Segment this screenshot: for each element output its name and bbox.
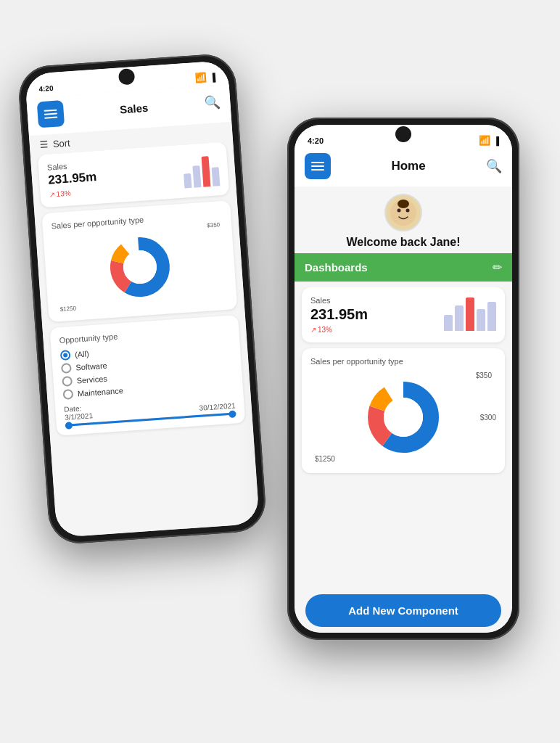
front-bar-5 bbox=[487, 302, 496, 331]
scene: 4:20 📶 ▐ Sales 🔍 bbox=[19, 23, 541, 720]
bar-4 bbox=[212, 167, 221, 186]
front-welcome-section: Welcome back Jane! bbox=[295, 186, 512, 253]
back-radio-maintenance-label: Maintenance bbox=[77, 386, 123, 398]
front-welcome-text: Welcome back Jane! bbox=[346, 236, 460, 249]
front-label-350: $350 bbox=[476, 372, 492, 379]
back-sales-value: 231.95m bbox=[48, 170, 97, 188]
front-pie-card: Sales per opportunity type bbox=[302, 348, 505, 473]
front-phone-notch bbox=[395, 126, 411, 142]
back-sort-icon: ☰ bbox=[39, 139, 49, 151]
back-status-icons: 📶 ▐ bbox=[195, 71, 216, 83]
back-trend-value: 13% bbox=[56, 189, 71, 198]
front-battery-icon: ▐ bbox=[493, 136, 499, 145]
back-radio-services-circle bbox=[62, 376, 73, 387]
svg-point-6 bbox=[406, 209, 410, 213]
front-avatar bbox=[384, 194, 422, 231]
front-sales-card-inner: Sales 231.95m ↗ 13% bbox=[310, 296, 496, 334]
front-sales-label: Sales bbox=[310, 296, 368, 305]
back-sales-text: Sales 231.95m ↗ 13% bbox=[47, 160, 98, 199]
front-label-300: $300 bbox=[480, 414, 496, 422]
front-dashboards-label: Dashboards bbox=[305, 261, 368, 274]
back-search-icon[interactable]: 🔍 bbox=[204, 94, 221, 111]
front-label-1250: $1250 bbox=[315, 455, 335, 463]
front-trend-value: 13% bbox=[318, 326, 332, 334]
back-slider-thumb-right[interactable] bbox=[228, 410, 236, 418]
front-bar-3 bbox=[466, 297, 474, 331]
front-donut-chart bbox=[363, 377, 443, 457]
back-bar-chart bbox=[182, 151, 220, 188]
front-pie-title: Sales per opportunity type bbox=[310, 357, 496, 366]
front-trend-arrow: ↗ bbox=[310, 326, 316, 334]
front-bar-2 bbox=[455, 305, 464, 331]
svg-point-5 bbox=[398, 209, 401, 213]
front-wifi-icon: 📶 bbox=[479, 135, 490, 146]
back-date-from: 3/1/2021 bbox=[65, 411, 94, 422]
back-donut-chart bbox=[105, 232, 175, 302]
back-radio-list: (All) Software Services bbox=[60, 339, 234, 400]
front-dashboards-bar: Dashboards ✏ bbox=[295, 253, 512, 282]
back-radio-maintenance-circle bbox=[62, 389, 73, 400]
back-label-350: $350 bbox=[207, 221, 220, 229]
back-menu-button[interactable] bbox=[37, 100, 65, 128]
bar-3 bbox=[202, 156, 211, 187]
back-slider-thumb-left[interactable] bbox=[65, 422, 73, 430]
back-label-1250: $1250 bbox=[59, 305, 76, 313]
front-phone-inner: 4:20 📶 ▐ Home 🔍 bbox=[295, 125, 512, 633]
front-menu-line-1 bbox=[311, 162, 324, 163]
front-screen-title: Home bbox=[391, 159, 425, 173]
front-phone-screen: 4:20 📶 ▐ Home 🔍 bbox=[295, 125, 512, 633]
front-status-icons: 📶 ▐ bbox=[479, 135, 499, 146]
front-edit-icon[interactable]: ✏ bbox=[493, 260, 502, 274]
back-radio-all-circle bbox=[60, 350, 71, 361]
back-menu-line-3 bbox=[44, 117, 57, 119]
back-radio-software-circle bbox=[61, 363, 72, 374]
front-search-icon[interactable]: 🔍 bbox=[486, 158, 502, 174]
back-menu-line-1 bbox=[44, 110, 57, 112]
back-phone-inner: 4:20 📶 ▐ Sales 🔍 bbox=[25, 60, 260, 538]
front-phone: 4:20 📶 ▐ Home 🔍 bbox=[287, 118, 519, 640]
front-sales-trend: ↗ 13% bbox=[310, 326, 368, 334]
front-bar-1 bbox=[444, 315, 453, 331]
back-sales-card-inner: Sales 231.95m ↗ 13% bbox=[47, 151, 221, 198]
back-battery-icon: ▐ bbox=[210, 73, 216, 82]
front-scroll-area: Sales 231.95m ↗ 13% bbox=[295, 287, 512, 588]
front-menu-line-2 bbox=[311, 165, 324, 167]
back-screen-title: Sales bbox=[119, 101, 148, 115]
back-sales-trend: ↗ 13% bbox=[49, 187, 98, 199]
back-phone-screen: 4:20 📶 ▐ Sales 🔍 bbox=[25, 60, 260, 538]
back-scroll-area: Sales 231.95m ↗ 13% bbox=[30, 141, 260, 538]
back-radio-services-label: Services bbox=[76, 374, 107, 385]
back-trend-arrow: ↗ bbox=[49, 190, 55, 199]
svg-point-11 bbox=[384, 398, 423, 437]
back-time: 4:20 bbox=[38, 84, 54, 93]
back-menu-line-2 bbox=[44, 113, 57, 115]
back-opp-card: Opportunity type (All) Software bbox=[49, 315, 245, 436]
bar-2 bbox=[192, 165, 201, 188]
front-sales-card: Sales 231.95m ↗ 13% bbox=[302, 287, 505, 342]
front-top-bar: Home 🔍 bbox=[295, 149, 512, 186]
front-menu-line-3 bbox=[311, 169, 324, 171]
front-sales-text: Sales 231.95m ↗ 13% bbox=[310, 296, 368, 334]
front-menu-button[interactable] bbox=[305, 153, 331, 179]
add-new-component-button[interactable]: Add New Component bbox=[305, 594, 501, 627]
back-pie-card: Sales per opportunity type bbox=[41, 200, 237, 322]
back-radio-software-label: Software bbox=[75, 361, 107, 372]
back-phone: 4:20 📶 ▐ Sales 🔍 bbox=[17, 52, 267, 545]
back-radio-all-label: (All) bbox=[75, 349, 89, 358]
avatar-face bbox=[389, 198, 418, 227]
front-bar-4 bbox=[477, 309, 485, 331]
front-bar-chart bbox=[444, 296, 496, 331]
back-wifi-icon: 📶 bbox=[195, 72, 207, 83]
svg-point-7 bbox=[398, 200, 409, 208]
front-sales-value: 231.95m bbox=[310, 306, 368, 323]
bar-1 bbox=[184, 173, 192, 189]
back-sort-label: Sort bbox=[52, 137, 70, 149]
front-time: 4:20 bbox=[308, 136, 324, 145]
